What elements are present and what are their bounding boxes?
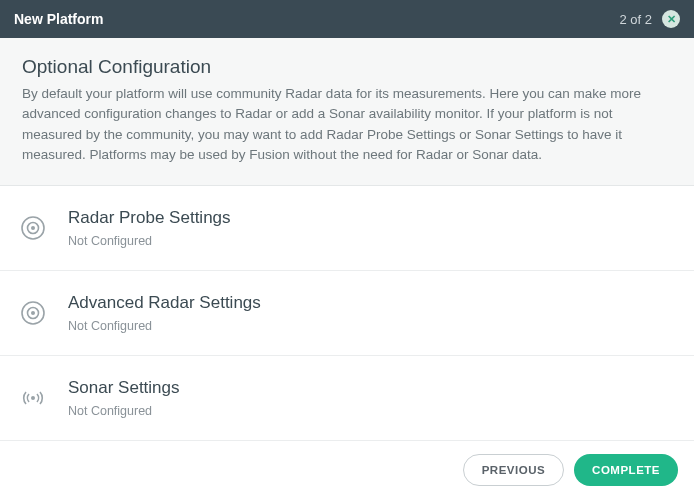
setting-title: Radar Probe Settings (68, 208, 674, 228)
complete-button[interactable]: Complete (574, 454, 678, 486)
step-indicator: 2 of 2 (619, 12, 652, 27)
setting-text: Sonar Settings Not Configured (68, 378, 674, 418)
setting-radar-probe[interactable]: Radar Probe Settings Not Configured (0, 186, 694, 271)
close-icon: ✕ (667, 14, 676, 25)
setting-sonar[interactable]: Sonar Settings Not Configured (0, 356, 694, 441)
setting-status: Not Configured (68, 234, 674, 248)
svg-point-2 (31, 226, 35, 230)
setting-status: Not Configured (68, 404, 674, 418)
setting-title: Advanced Radar Settings (68, 293, 674, 313)
svg-point-6 (31, 396, 35, 400)
intro-body: By default your platform will use commun… (22, 84, 672, 165)
setting-text: Advanced Radar Settings Not Configured (68, 293, 674, 333)
radar-icon (20, 215, 68, 241)
setting-status: Not Configured (68, 319, 674, 333)
dialog-header: New Platform 2 of 2 ✕ (0, 0, 694, 38)
svg-point-5 (31, 311, 35, 315)
sonar-icon (20, 385, 68, 411)
dialog-footer: Previous Complete (447, 442, 694, 502)
setting-title: Sonar Settings (68, 378, 674, 398)
header-right: 2 of 2 ✕ (619, 10, 680, 28)
close-button[interactable]: ✕ (662, 10, 680, 28)
radar-icon (20, 300, 68, 326)
dialog-title: New Platform (14, 11, 103, 27)
setting-text: Radar Probe Settings Not Configured (68, 208, 674, 248)
intro-section: Optional Configuration By default your p… (0, 38, 694, 186)
settings-list: Radar Probe Settings Not Configured Adva… (0, 186, 694, 441)
intro-heading: Optional Configuration (22, 56, 672, 78)
previous-button[interactable]: Previous (463, 454, 564, 486)
setting-advanced-radar[interactable]: Advanced Radar Settings Not Configured (0, 271, 694, 356)
